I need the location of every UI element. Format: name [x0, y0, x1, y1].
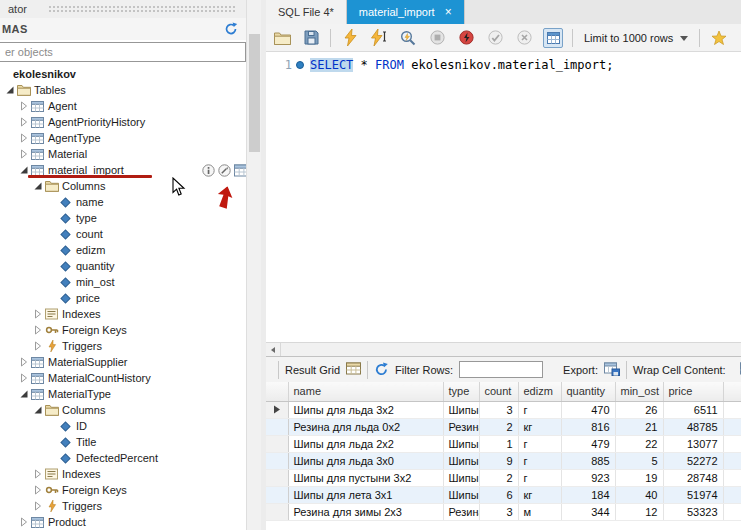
row-selector[interactable] — [266, 486, 288, 503]
grid-cell-name[interactable]: Резина для льда 0x2 — [288, 418, 443, 435]
table-row[interactable]: Резина для льда 0x2Резина2кг8162148785 — [266, 418, 741, 435]
tree-item-min-ost[interactable]: min_ost — [0, 274, 246, 290]
table-row[interactable]: Резина для зимы 2x3Резина3м3441253323 — [266, 503, 741, 520]
filter-rows-input[interactable] — [459, 361, 543, 378]
column-header-type[interactable]: type — [443, 382, 479, 401]
grid-cell-type[interactable]: Шипы — [443, 401, 479, 418]
row-selector[interactable] — [266, 469, 288, 486]
column-header-edizm[interactable]: edizm — [518, 382, 561, 401]
grid-cell-price[interactable]: 52272 — [663, 452, 723, 469]
grid-cell-name[interactable]: Резина для зимы 2x3 — [288, 503, 443, 520]
tree-item-name[interactable]: name — [0, 194, 246, 210]
grid-cell-name[interactable]: Шипы для льда 2x2 — [288, 435, 443, 452]
row-selector[interactable] — [266, 418, 288, 435]
grid-cell-edizm[interactable]: г — [518, 401, 561, 418]
tree-item-quantity[interactable]: quantity — [0, 258, 246, 274]
grid-cell-edizm[interactable]: кг — [518, 486, 561, 503]
grid-cell-name[interactable]: Шипы для лета 3x1 — [288, 486, 443, 503]
refresh-icon[interactable] — [374, 362, 389, 378]
grid-cell-edizm[interactable]: г — [518, 452, 561, 469]
tab-sql-file[interactable]: SQL File 4* — [266, 0, 347, 24]
grid-cell-edizm[interactable]: г — [518, 469, 561, 486]
grid-cell-quantity[interactable]: 470 — [561, 401, 615, 418]
expand-arrow-icon[interactable] — [32, 309, 43, 319]
result-grid-icon[interactable] — [346, 362, 361, 377]
column-header-min_ost[interactable]: min_ost — [615, 382, 663, 401]
expand-arrow-icon[interactable] — [32, 485, 43, 495]
row-selector[interactable] — [266, 435, 288, 452]
tree-item-ekolesnikov[interactable]: ekolesnikov — [0, 66, 246, 82]
expand-arrow-icon[interactable] — [18, 373, 29, 383]
rollback-button[interactable] — [514, 28, 534, 48]
table-row[interactable]: Шипы для льда 3x0Шипы9г885552272 — [266, 452, 741, 469]
grid-cell-count[interactable]: 2 — [479, 418, 518, 435]
collapse-arrow-icon[interactable] — [18, 165, 29, 175]
expand-arrow-icon[interactable] — [32, 341, 43, 351]
navigator-scrollbar[interactable] — [246, 0, 261, 530]
table-row[interactable]: Шипы для пустыни 3x2Шипы2г9231928748 — [266, 469, 741, 486]
explain-button[interactable] — [398, 28, 418, 48]
tree-item-product[interactable]: Product — [0, 514, 246, 530]
execute-current-button[interactable] — [369, 28, 389, 48]
column-header-price[interactable]: price — [663, 382, 723, 401]
collapse-arrow-icon[interactable] — [18, 389, 29, 399]
scroll-left-icon[interactable] — [266, 343, 281, 356]
row-selector[interactable] — [266, 503, 288, 520]
tree-item-materialsupplier[interactable]: MaterialSupplier — [0, 354, 246, 370]
tree-item-id[interactable]: ID — [0, 418, 246, 434]
grid-cell-name[interactable]: Шипы для льда 3x2 — [288, 401, 443, 418]
expand-arrow-icon[interactable] — [32, 325, 43, 335]
tree-item-count[interactable]: count — [0, 226, 246, 242]
close-tab-icon[interactable]: × — [445, 7, 452, 17]
stop-button[interactable] — [427, 28, 447, 48]
commit-button[interactable] — [485, 28, 505, 48]
tree-item-type[interactable]: type — [0, 210, 246, 226]
grid-cell-quantity[interactable]: 885 — [561, 452, 615, 469]
table-row[interactable]: Шипы для льда 2x2Шипы1г4792213077 — [266, 435, 741, 452]
tree-item-agent[interactable]: Agent — [0, 98, 246, 114]
tree-item-defectedpercent[interactable]: DefectedPercent — [0, 450, 246, 466]
column-header-name[interactable]: name — [288, 382, 443, 401]
expand-arrow-icon[interactable] — [18, 357, 29, 367]
grid-cell-min_ost[interactable]: 40 — [615, 486, 663, 503]
row-selector[interactable] — [266, 452, 288, 469]
grid-cell-count[interactable]: 6 — [479, 486, 518, 503]
table-row[interactable]: Шипы для лета 3x1Шипы6кг1844051974 — [266, 486, 741, 503]
tree-item-indexes[interactable]: Indexes — [0, 306, 246, 322]
tree-item-materialtype[interactable]: MaterialType — [0, 386, 246, 402]
tree-item-triggers[interactable]: Triggers — [0, 338, 246, 354]
grid-cell-type[interactable]: Шипы — [443, 435, 479, 452]
tree-item-agentpriorityhistory[interactable]: AgentPriorityHistory — [0, 114, 246, 130]
tree-item-columns[interactable]: Columns — [0, 178, 246, 194]
tree-item-tables[interactable]: Tables — [0, 82, 246, 98]
tree-item-title[interactable]: Title — [0, 434, 246, 450]
sql-code[interactable]: SELECT * FROM ekolesnikov.material_impor… — [306, 52, 741, 342]
tree-item-material[interactable]: Material — [0, 146, 246, 162]
tree-item-indexes[interactable]: Indexes — [0, 466, 246, 482]
grid-cell-count[interactable]: 9 — [479, 452, 518, 469]
grid-cell-quantity[interactable]: 816 — [561, 418, 615, 435]
tree-item-foreign-keys[interactable]: Foreign Keys — [0, 482, 246, 498]
schema-filter-input[interactable] — [0, 42, 246, 62]
grid-cell-name[interactable]: Шипы для пустыни 3x2 — [288, 469, 443, 486]
expand-arrow-icon[interactable] — [18, 117, 29, 127]
table-info-icon[interactable] — [202, 164, 215, 179]
expand-arrow-icon[interactable] — [18, 101, 29, 111]
grid-cell-price[interactable]: 28748 — [663, 469, 723, 486]
grid-cell-quantity[interactable]: 923 — [561, 469, 615, 486]
grid-cell-price[interactable]: 51974 — [663, 486, 723, 503]
grid-cell-min_ost[interactable]: 12 — [615, 503, 663, 520]
grid-cell-type[interactable]: Резина — [443, 503, 479, 520]
grid-cell-price[interactable]: 13077 — [663, 435, 723, 452]
tree-item-triggers[interactable]: Triggers — [0, 498, 246, 514]
grid-cell-edizm[interactable]: м — [518, 503, 561, 520]
grid-cell-min_ost[interactable]: 21 — [615, 418, 663, 435]
collapse-arrow-icon[interactable] — [32, 181, 43, 191]
limit-dropdown[interactable]: Limit to 1000 rows — [582, 31, 690, 45]
collapse-arrow-icon[interactable] — [4, 85, 15, 95]
grid-cell-price[interactable]: 48785 — [663, 418, 723, 435]
expand-arrow-icon[interactable] — [18, 133, 29, 143]
grid-cell-quantity[interactable]: 184 — [561, 486, 615, 503]
autocommit-toggle[interactable] — [543, 28, 563, 48]
grid-cell-count[interactable]: 1 — [479, 435, 518, 452]
